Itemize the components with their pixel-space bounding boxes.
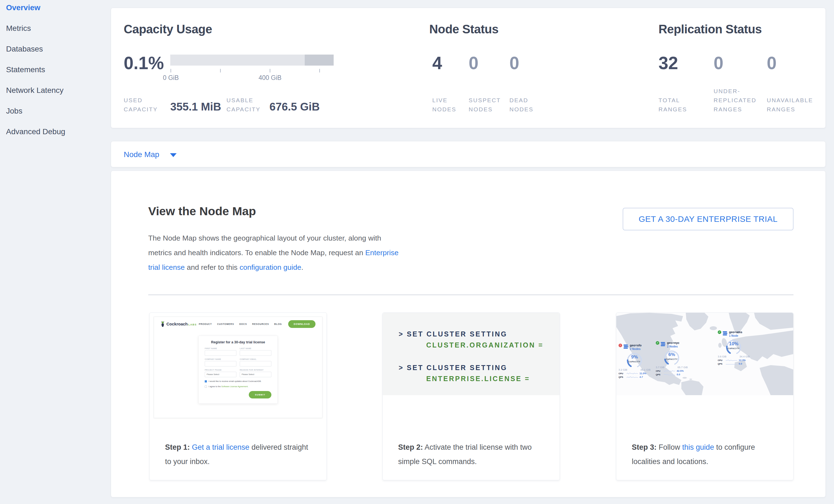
qps-sparkline: [627, 376, 638, 378]
form-title: Register for a 30-day trial license: [205, 340, 271, 344]
locality-nodes: 2 Nodes: [630, 347, 641, 351]
caret-down-icon: [170, 153, 177, 157]
qps-label: QPS: [718, 363, 724, 365]
license-agreement-label: I agree to the Software License Agreemen…: [208, 385, 248, 388]
screenshot-nav-blog: BLOG: [274, 323, 282, 325]
unavailable-ranges-label: UNAVAILABLE RANGES: [767, 95, 813, 114]
step2-caption: Step 2: Activate the trial license with …: [398, 440, 554, 469]
inline-link[interactable]: Enterprise: [365, 248, 399, 257]
cpu-label: CPU: [656, 370, 662, 372]
cpu-sparkline: [664, 370, 675, 372]
sidebar-item-statements[interactable]: Statements: [6, 65, 45, 75]
sidebar-item-overview[interactable]: Overview: [6, 3, 41, 13]
locality-name: geo=ams: [729, 330, 742, 334]
cpu-value: 42.5%: [677, 370, 684, 372]
trial-license-form: Register for a 30-day trial license FIRS…: [198, 336, 278, 404]
sidebar-item-databases[interactable]: Databases: [6, 45, 43, 54]
qps-value: 0.0: [739, 363, 742, 365]
node-map-dropdown-label: Node Map: [124, 150, 159, 159]
inline-link[interactable]: configuration guide: [239, 263, 301, 271]
field-label: PROJECT PHASE: [205, 369, 236, 371]
inline-link[interactable]: Get a trial license: [192, 443, 249, 452]
sql-argument: ENTERPRISE.LICENSE =: [399, 373, 559, 384]
under-replicated-ranges-label: UNDER- REPLICATED RANGES: [714, 87, 756, 114]
live-nodes-label: LIVE NODES: [432, 95, 456, 114]
cpu-sparkline: [726, 359, 737, 361]
sql-argument: CLUSTER.ORGANIZATION =: [399, 339, 559, 351]
usable-capacity-value: 676.5 GiB: [269, 101, 320, 113]
license-agreement-checkbox: [205, 386, 207, 388]
cockroach-icon: [161, 321, 165, 327]
step3-caption: Step 3: Follow this guide to configurelo…: [632, 440, 788, 469]
capacity-tick: [171, 69, 171, 72]
step1-caption: Step 1: Get a trial license delivered st…: [165, 440, 321, 469]
under-replicated-ranges-count: 0: [714, 54, 724, 72]
capacity-label: CAPACITY: [660, 358, 684, 360]
capacity-bar-used-segment: [305, 54, 334, 66]
capacity-tick: [220, 69, 221, 72]
database-icon: [723, 331, 728, 336]
capacity-usage-title: Capacity Usage: [124, 22, 212, 36]
sidebar-item-jobs[interactable]: Jobs: [6, 107, 22, 116]
cpu-value: 12.3%: [739, 359, 746, 361]
capacity-tick-label-0: 0 GiB: [149, 74, 193, 82]
node-map-dropdown[interactable]: Node Map: [124, 141, 177, 168]
node-status-title: Node Status: [429, 22, 499, 36]
page-title: View the Node Map: [148, 204, 256, 218]
screenshot-download-button: DOWNLOAD: [288, 320, 315, 328]
database-icon: [661, 342, 666, 346]
inline-link[interactable]: this guide: [682, 443, 714, 452]
capacity-gauge: 9% CAPACITY: [622, 352, 646, 369]
reason-select: Please Select: [240, 372, 271, 377]
total-ranges-count: 32: [658, 54, 678, 72]
used-capacity-value: 355.1 MiB: [170, 101, 221, 113]
error-status-icon: !: [618, 344, 622, 347]
locality-sfo: ! geo=sfo 2 Nodes: [618, 344, 651, 378]
sql-command: > SET CLUSTER SETTING: [399, 362, 559, 373]
locality-name: geo=sfo: [630, 344, 641, 347]
cpu-label: CPU: [618, 372, 625, 375]
dead-nodes-label: DEAD NODES: [509, 95, 533, 114]
step1-card: CockroachLABS PRODUCT CUSTOMERS DOCS RES…: [149, 312, 327, 480]
screenshot-nav-product: PRODUCT: [199, 323, 212, 325]
qps-label: QPS: [618, 376, 625, 378]
cockroach-labs-logo: CockroachLABS: [161, 321, 197, 327]
live-nodes-count: 4: [432, 54, 442, 72]
sidebar-item-advanced-debug[interactable]: Advanced Debug: [6, 127, 65, 137]
suspect-nodes-count: 0: [469, 54, 479, 72]
screenshot-nav-customers: CUSTOMERS: [217, 323, 234, 325]
sidebar-item-network-latency[interactable]: Network Latency: [6, 86, 64, 95]
node-map-content-panel: View the Node Map The Node Map shows the…: [111, 171, 826, 497]
sql-snippet: > SET CLUSTER SETTING CLUSTER.ORGANIZATI…: [383, 313, 559, 395]
email-updates-checkbox: [205, 380, 207, 382]
cluster-summary-panel: Capacity Usage 0.1% 0 GiB 400 GiB USED C…: [111, 8, 826, 128]
locality-nodes: 1 Node: [729, 334, 742, 337]
ok-status-icon: ✓: [718, 330, 721, 334]
enterprise-trial-button[interactable]: GET A 30-DAY ENTERPRISE TRIAL: [623, 208, 793, 231]
brand-suffix-text: LABS: [189, 323, 197, 326]
node-map-preview: ! geo=sfo 2 Nodes: [616, 313, 793, 395]
screenshot-nav: PRODUCT CUSTOMERS DOCS RESOURCES BLOG DO…: [199, 320, 315, 328]
qps-sparkline: [726, 363, 737, 365]
locality-name: geo=nyc: [667, 341, 679, 345]
cpu-sparkline: [627, 372, 638, 375]
locality-nodes: 2 Nodes: [667, 345, 679, 348]
locality-ams: ✓ geo=ams 1 Node: [718, 330, 750, 365]
step2-card: > SET CLUSTER SETTING CLUSTER.ORGANIZATI…: [382, 312, 560, 480]
capacity-percent: 0.1%: [124, 54, 164, 72]
used-capacity-label: USED CAPACITY: [124, 95, 158, 114]
usable-capacity-label: USABLE CAPACITY: [226, 95, 260, 114]
capacity-bar: [170, 54, 334, 66]
inline-link[interactable]: trial license: [148, 263, 185, 271]
view-selector-bar: Node Map: [111, 141, 826, 167]
sidebar-item-metrics[interactable]: Metrics: [6, 24, 31, 34]
replication-status-title: Replication Status: [658, 22, 762, 36]
sidebar: Overview Metrics Databases Statements Ne…: [0, 0, 110, 504]
capacity-percent: 6%: [660, 352, 684, 357]
registration-screenshot: CockroachLABS PRODUCT CUSTOMERS DOCS RES…: [154, 316, 322, 418]
qps-value: 0.0: [677, 373, 680, 376]
screenshot-submit-button: SUBMIT: [249, 391, 271, 398]
field-label: FIRST NAME: [205, 348, 236, 349]
node-map-description: The Node Map shows the geographical layo…: [148, 231, 451, 275]
cpu-value: 11.0%: [639, 372, 646, 375]
